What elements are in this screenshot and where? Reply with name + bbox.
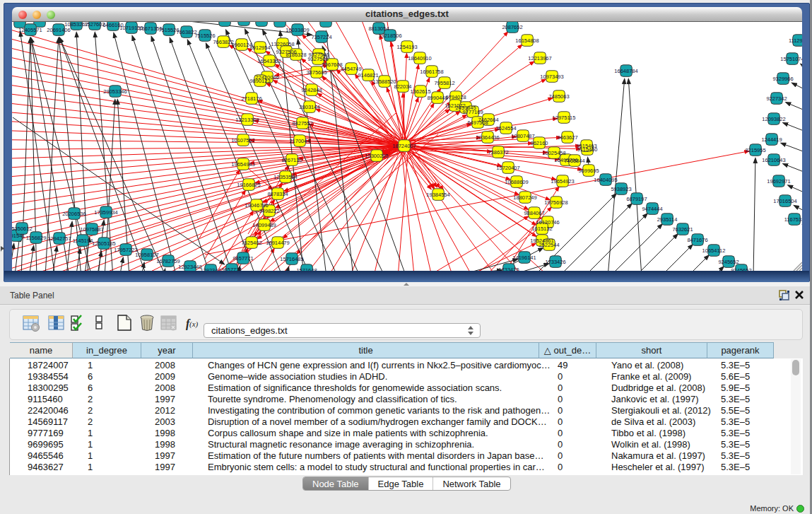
- svg-text:8471676: 8471676: [687, 237, 707, 243]
- svg-text:17359934: 17359934: [94, 209, 117, 216]
- svg-text:5938923: 5938923: [611, 186, 631, 192]
- svg-text:19218506: 19218506: [378, 33, 401, 39]
- svg-text:2718176: 2718176: [241, 95, 261, 102]
- svg-text:8454749: 8454749: [341, 66, 361, 72]
- svg-text:2935114: 2935114: [657, 216, 678, 223]
- svg-text:2803144: 2803144: [299, 104, 319, 110]
- svg-text:2087652: 2087652: [502, 24, 522, 30]
- svg-text:8427552: 8427552: [292, 120, 312, 127]
- svg-text:10958107: 10958107: [135, 252, 158, 258]
- svg-text:9699695: 9699695: [578, 168, 599, 174]
- svg-text:10973493: 10973493: [540, 74, 563, 80]
- svg-text:9242848: 9242848: [301, 87, 322, 93]
- svg-text:12213369: 12213369: [235, 117, 259, 123]
- svg-text:2170044: 2170044: [289, 138, 310, 144]
- svg-text:9657771: 9657771: [221, 267, 242, 271]
- svg-text:12942757: 12942757: [47, 235, 71, 242]
- svg-text:1733426: 1733426: [498, 267, 519, 271]
- svg-text:18807249: 18807249: [513, 194, 536, 201]
- svg-text:20364436: 20364436: [476, 134, 499, 141]
- svg-text:7955812: 7955812: [434, 80, 454, 86]
- svg-text:9884067: 9884067: [524, 210, 544, 216]
- svg-text:13226058: 13226058: [271, 41, 294, 47]
- svg-text:10975887: 10975887: [80, 226, 103, 233]
- svg-text:12213967: 12213967: [528, 55, 551, 62]
- svg-text:9960124: 9960124: [231, 42, 252, 48]
- svg-text:16543362: 16543362: [257, 58, 281, 64]
- svg-text:8215955: 8215955: [745, 147, 765, 153]
- svg-text:9657771: 9657771: [233, 255, 253, 262]
- svg-text:12353594: 12353594: [273, 174, 297, 180]
- svg-text:1167533: 1167533: [784, 216, 802, 223]
- svg-text:10025458: 10025458: [542, 150, 565, 156]
- svg-text:9890123: 9890123: [249, 78, 270, 84]
- svg-text:1362615: 1362615: [410, 88, 430, 95]
- svg-text:18640910: 18640910: [408, 55, 431, 62]
- svg-text:16120746: 16120746: [536, 219, 559, 226]
- svg-text:14099489: 14099489: [252, 222, 276, 228]
- svg-text:7625402: 7625402: [241, 240, 261, 246]
- svg-text:2967608: 2967608: [322, 62, 342, 68]
- svg-text:19692971: 19692971: [767, 178, 790, 185]
- svg-text:29053346: 29053346: [103, 88, 126, 95]
- svg-text:1527602: 1527602: [84, 22, 105, 28]
- svg-text:9474444: 9474444: [642, 206, 662, 212]
- svg-text:8878334: 8878334: [267, 191, 288, 197]
- svg-text:16033809: 16033809: [286, 27, 309, 33]
- svg-text:16782759: 16782759: [156, 258, 180, 264]
- svg-text:7632621: 7632621: [672, 226, 693, 233]
- svg-text:7462664: 7462664: [478, 117, 498, 123]
- svg-text:14196141: 14196141: [512, 255, 536, 261]
- svg-text:9245652: 9245652: [731, 267, 751, 271]
- svg-text:1254193: 1254193: [396, 44, 417, 50]
- svg-text:16648784: 16648784: [614, 68, 637, 74]
- svg-text:19384554: 19384554: [426, 192, 449, 198]
- svg-text:7515526: 7515526: [194, 33, 215, 39]
- svg-text:19654943: 19654943: [231, 161, 254, 168]
- svg-text:391541: 391541: [12, 233, 25, 239]
- svg-text:15720407: 15720407: [496, 165, 519, 171]
- svg-text:9515463: 9515463: [576, 143, 596, 149]
- svg-text:3498222: 3498222: [259, 208, 279, 214]
- svg-text:10807487: 10807487: [511, 133, 534, 139]
- svg-text:(x): (x): [189, 320, 199, 329]
- svg-text:10688609: 10688609: [505, 179, 528, 185]
- svg-text:1145194: 1145194: [73, 238, 93, 244]
- svg-text:1112954: 1112954: [789, 37, 802, 44]
- svg-text:12405571: 12405571: [18, 27, 42, 33]
- svg-text:17016504: 17016504: [773, 198, 796, 204]
- svg-text:7465844: 7465844: [564, 158, 584, 164]
- svg-text:962160: 962160: [530, 140, 548, 146]
- svg-text:16210643: 16210643: [762, 157, 785, 163]
- svg-text:1615132: 1615132: [531, 226, 552, 232]
- svg-text:16404095: 16404095: [594, 177, 617, 183]
- svg-text:9227342: 9227342: [766, 95, 787, 102]
- svg-text:16154808: 16154808: [515, 37, 539, 44]
- svg-text:12923448: 12923448: [178, 264, 201, 270]
- svg-text:6879197: 6879197: [626, 196, 647, 202]
- svg-text:17957223: 17957223: [114, 247, 137, 253]
- svg-text:8186328: 8186328: [286, 52, 306, 58]
- svg-text:3875685: 3875685: [306, 69, 326, 76]
- svg-text:7663822: 7663822: [213, 39, 233, 45]
- svg-text:8267130: 8267130: [281, 157, 302, 163]
- svg-text:7485063: 7485063: [548, 93, 569, 100]
- svg-text:19654923: 19654923: [551, 178, 574, 185]
- svg-text:9463627: 9463627: [557, 134, 577, 141]
- svg-text:1244419: 1244419: [761, 136, 782, 143]
- svg-text:18724007: 18724007: [392, 143, 416, 149]
- svg-text:1156829: 1156829: [26, 235, 47, 241]
- svg-text:16961758: 16961758: [420, 69, 443, 75]
- svg-text:16914479: 16914479: [266, 240, 289, 246]
- svg-text:9245652: 9245652: [718, 259, 739, 265]
- svg-text:12505135: 12505135: [92, 240, 115, 247]
- svg-text:2522544: 2522544: [539, 242, 559, 248]
- svg-text:10654112: 10654112: [702, 247, 726, 254]
- svg-text:5350612: 5350612: [12, 226, 33, 232]
- svg-text:1733426: 1733426: [545, 259, 565, 265]
- svg-text:6794028: 6794028: [445, 94, 466, 100]
- svg-text:9329966: 9329966: [772, 76, 793, 82]
- svg-text:19166825: 19166825: [237, 182, 260, 188]
- svg-text:15716485: 15716485: [280, 256, 303, 262]
- svg-text:10107552: 10107552: [231, 137, 254, 144]
